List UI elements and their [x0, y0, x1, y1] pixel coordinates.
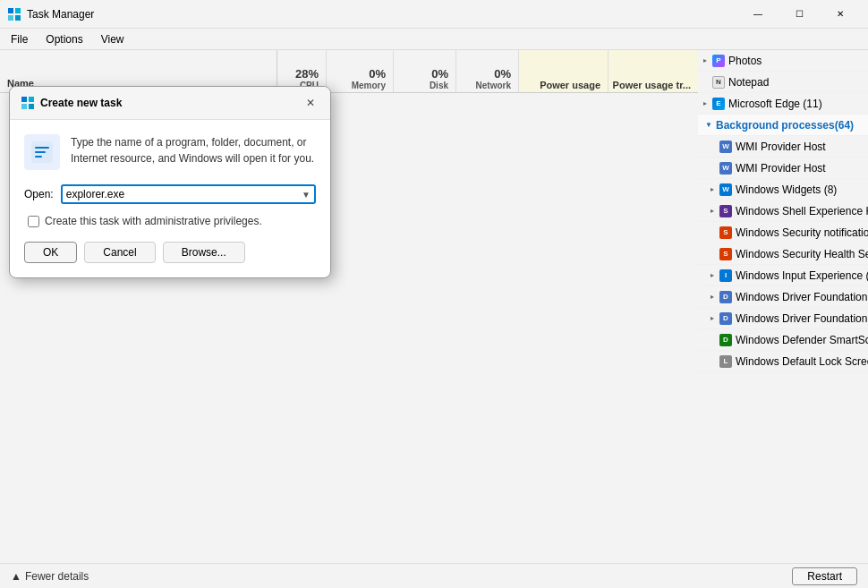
table-row[interactable]: S Windows Security Health Service 0% 3.2… — [698, 243, 868, 265]
expand-icon[interactable]: ▼ — [702, 121, 716, 129]
table-row[interactable]: W WMI Provider Host 0% 10.2 MB 0 MB/s 0 … — [698, 158, 868, 179]
edge-icon: E — [712, 98, 725, 110]
close-button[interactable]: ✕ — [820, 0, 861, 29]
section-label: Background processes — [716, 119, 835, 132]
dropdown-arrow-icon[interactable]: ▼ — [302, 190, 311, 200]
process-name: Windows Default Lock Screen — [736, 355, 868, 368]
memory-column-header[interactable]: 0% Memory — [327, 50, 394, 92]
table-row[interactable]: ▸ S Windows Shell Experience Host 🖈 0% 0… — [698, 200, 868, 222]
dialog-title-bar: Create new task ✕ — [10, 87, 330, 120]
disk-column-header[interactable]: 0% Disk — [394, 50, 456, 92]
svg-rect-2 — [8, 15, 13, 21]
background-processes-header[interactable]: ▼ Background processes (64) — [698, 115, 868, 136]
table-row[interactable]: S Windows Security notification i... 0% … — [698, 222, 868, 243]
process-name: Windows Defender SmartScreen — [736, 334, 868, 346]
svg-rect-7 — [29, 104, 34, 109]
expand-icon[interactable]: ▸ — [698, 56, 712, 64]
main-container: Name 28% CPU 0% Memory 0% Disk 0% Networ… — [0, 50, 868, 563]
table-row[interactable]: L Windows Default Lock Screen 🖈 0% 0 MB … — [698, 351, 868, 372]
defender-icon: D — [719, 334, 732, 346]
title-bar-left: Task Manager — [7, 7, 94, 21]
svg-rect-3 — [15, 15, 21, 21]
wmi-icon: W — [719, 141, 732, 153]
svg-rect-10 — [35, 151, 46, 153]
menu-options[interactable]: Options — [38, 31, 89, 47]
expand-icon[interactable]: ▸ — [698, 99, 712, 107]
create-task-dialog: Create new task ✕ Type the name of a pro… — [9, 86, 331, 278]
table-row[interactable]: ▸ D Windows Driver Foundation - U... 0% … — [698, 308, 868, 329]
dialog-description: Type the name of a program, folder, docu… — [24, 134, 316, 170]
power-trend-column-header[interactable]: Power usage tr... — [608, 50, 698, 92]
dialog-description-text: Type the name of a program, folder, docu… — [71, 134, 316, 170]
window-title: Task Manager — [27, 8, 94, 21]
open-label: Open: — [24, 188, 54, 200]
lock-icon: L — [719, 355, 732, 368]
expand-icon[interactable]: ▸ — [705, 293, 719, 301]
table-row[interactable]: ▸ D Windows Driver Foundation - U... 0% … — [698, 286, 868, 308]
expand-icon[interactable]: ▸ — [705, 207, 719, 215]
expand-icon[interactable]: ▸ — [705, 185, 719, 193]
dialog-title-left: Create new task — [21, 96, 122, 110]
dialog-checkbox-row: Create this task with administrative pri… — [24, 215, 316, 227]
app-icon — [7, 7, 21, 21]
svg-rect-0 — [8, 8, 13, 13]
security-icon: S — [719, 226, 732, 239]
process-name: Notepad — [728, 76, 769, 89]
process-name: Windows Widgets (8) — [736, 183, 837, 196]
power-column-header[interactable]: Power usage — [519, 50, 608, 92]
admin-checkbox[interactable] — [28, 216, 39, 227]
table-row[interactable]: ▸ W Windows Widgets (8) 0% 17.1 MB 0 MB/… — [698, 179, 868, 200]
menu-view[interactable]: View — [94, 31, 132, 47]
expand-icon[interactable]: ▸ — [705, 314, 719, 322]
content-area: ▸ P Photos 🖈 0% 0 MB 0 MB/s 0 Mbps Very … — [698, 50, 868, 520]
dialog-body: Type the name of a program, folder, docu… — [10, 120, 330, 277]
dialog-close-button[interactable]: ✕ — [302, 94, 319, 112]
table-row[interactable]: ▸ P Photos 🖈 0% 0 MB 0 MB/s 0 Mbps Very … — [698, 50, 868, 72]
ok-button[interactable]: OK — [24, 242, 77, 263]
table-row[interactable]: N Notepad 0% 8.3 MB 0 MB/s 0 Mbps Very l… — [698, 72, 868, 93]
svg-rect-9 — [35, 147, 49, 149]
svg-rect-5 — [29, 97, 34, 102]
dialog-title-text: Create new task — [40, 97, 122, 109]
process-name: Windows Driver Foundation - U... — [736, 312, 868, 325]
svg-rect-11 — [35, 156, 42, 158]
admin-checkbox-label: Create this task with administrative pri… — [45, 215, 262, 227]
svg-rect-6 — [21, 104, 27, 109]
menu-file[interactable]: File — [4, 31, 35, 47]
menu-bar: File Options View — [0, 29, 868, 50]
svg-rect-1 — [15, 8, 21, 13]
table-row[interactable]: D Windows Defender SmartScreen 0% 5.2 MB… — [698, 329, 868, 351]
process-name: Windows Driver Foundation - U... — [736, 291, 868, 303]
security-health-icon: S — [719, 248, 732, 260]
network-column-header[interactable]: 0% Network — [456, 50, 519, 92]
maximize-button[interactable]: ☐ — [779, 0, 820, 29]
chevron-up-icon: ▲ — [11, 570, 21, 583]
status-bar: ▲ Fewer details Restart — [0, 563, 868, 588]
process-name: Windows Security notification i... — [736, 226, 868, 239]
title-bar: Task Manager — ☐ ✕ — [0, 0, 868, 29]
photos-icon: P — [712, 55, 725, 67]
process-name: Photos — [728, 55, 762, 67]
browse-button[interactable]: Browse... — [163, 242, 245, 263]
shell-icon: S — [719, 205, 732, 217]
process-name: WMI Provider Host — [736, 162, 826, 175]
expand-icon[interactable]: ▸ — [705, 271, 719, 279]
wmi-icon: W — [719, 162, 732, 175]
table-row[interactable]: ▸ E Microsoft Edge (11) 0% 132.1 MB 0 MB… — [698, 93, 868, 115]
table-row[interactable]: W WMI Provider Host 0% 8.9 MB 0 MB/s 0 M… — [698, 136, 868, 158]
open-input-container: ▼ — [61, 184, 316, 204]
cancel-button[interactable]: Cancel — [84, 242, 155, 263]
section-count: (64) — [835, 119, 854, 132]
dialog-open-row: Open: ▼ — [24, 184, 316, 204]
window-controls: — ☐ ✕ — [737, 0, 861, 29]
restart-button[interactable]: Restart — [792, 567, 857, 585]
process-name: WMI Provider Host — [736, 141, 826, 153]
dialog-footer: OK Cancel Browse... — [24, 242, 316, 263]
svg-rect-4 — [21, 97, 27, 102]
minimize-button[interactable]: — — [737, 0, 779, 29]
open-input[interactable] — [66, 188, 302, 200]
table-row[interactable]: ▸ I Windows Input Experience (3) 🖈 0.2% … — [698, 265, 868, 286]
process-name: Microsoft Edge (11) — [728, 98, 822, 110]
fewer-details-label: Fewer details — [25, 570, 89, 583]
fewer-details-button[interactable]: ▲ Fewer details — [11, 570, 89, 583]
